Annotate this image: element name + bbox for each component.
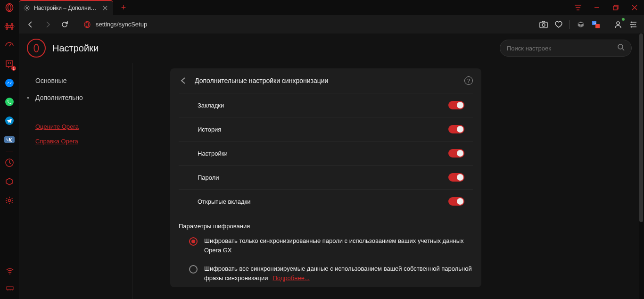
sidebar-divider <box>6 212 13 212</box>
easy-setup-icon[interactable] <box>569 0 587 15</box>
panel-title: Дополнительные настройки синхронизации <box>195 77 458 84</box>
svg-rect-3 <box>613 6 617 10</box>
toggle-tabs: Открытые вкладки <box>179 189 473 213</box>
sidebar-divider <box>6 151 13 151</box>
speed-limiter-icon[interactable] <box>2 38 17 53</box>
address-bar[interactable]: settings/syncSetup <box>96 21 534 28</box>
separator <box>607 20 607 29</box>
main-content: Настройки Основные Дополнительно Оцените… <box>19 33 639 299</box>
settings-title: Настройки <box>52 43 99 54</box>
toggle-label: Пароли <box>198 174 448 181</box>
svg-point-15 <box>86 22 88 27</box>
radio-button[interactable] <box>189 265 198 274</box>
sync-settings-panel: Дополнительные настройки синхронизации ?… <box>170 68 481 287</box>
extension-cube-icon[interactable] <box>575 18 587 31</box>
svg-point-12 <box>9 274 10 274</box>
sidebar-badge: 1 <box>11 66 16 71</box>
snapshot-icon[interactable] <box>537 18 550 31</box>
ram-icon[interactable] <box>2 281 17 296</box>
nav-basic[interactable]: Основные <box>27 72 132 89</box>
profile-icon[interactable] <box>612 18 624 31</box>
telegram-icon[interactable] <box>2 113 17 128</box>
radio-label: Шифровать только синхронизированные паро… <box>204 236 473 255</box>
settings-opera-logo <box>27 39 46 58</box>
toggle-switch[interactable] <box>448 149 464 158</box>
settings-nav: Основные Дополнительно Оцените Opera Спр… <box>19 63 132 299</box>
svg-point-17 <box>542 24 545 26</box>
search-box[interactable] <box>500 40 632 57</box>
toggle-label: Закладки <box>198 102 448 109</box>
easy-setup-icon[interactable] <box>627 18 639 31</box>
svg-point-22 <box>631 21 632 23</box>
forward-button[interactable] <box>41 18 54 31</box>
new-tab-button[interactable]: + <box>118 2 129 13</box>
toggle-label: История <box>198 126 448 133</box>
toggle-switch[interactable] <box>448 173 464 182</box>
back-button[interactable] <box>24 18 37 31</box>
history-icon[interactable] <box>2 155 17 170</box>
separator <box>570 20 570 29</box>
scrollbar[interactable] <box>639 33 643 299</box>
tab-close-button[interactable] <box>102 5 108 11</box>
nav-help-link[interactable]: Справка Opera <box>27 134 132 149</box>
panel-header: Дополнительные настройки синхронизации ? <box>170 68 481 93</box>
help-icon[interactable]: ? <box>464 76 473 85</box>
toggle-label: Настройки <box>198 150 448 157</box>
svg-rect-13 <box>7 287 13 290</box>
scroll-thumb[interactable] <box>639 33 643 222</box>
opera-menu-button[interactable] <box>0 0 19 15</box>
sidebar: 1 <box>0 15 19 299</box>
minimize-button[interactable] <box>587 0 606 15</box>
browser-tab[interactable]: Настройки – Дополнительно <box>19 0 113 15</box>
toolbar: settings/syncSetup G <box>19 15 644 33</box>
svg-point-23 <box>635 24 636 25</box>
gx-corner-icon[interactable] <box>2 19 17 34</box>
settings-body: Основные Дополнительно Оцените Opera Спр… <box>19 63 639 299</box>
svg-rect-16 <box>540 22 547 28</box>
settings-sidebar-icon[interactable] <box>2 193 17 208</box>
heart-icon[interactable] <box>553 18 565 31</box>
svg-point-4 <box>5 25 7 27</box>
maximize-button[interactable] <box>606 0 625 15</box>
toggle-label: Открытые вкладки <box>198 198 448 205</box>
svg-point-1 <box>8 4 11 10</box>
svg-point-24 <box>631 26 632 27</box>
reload-button[interactable] <box>58 18 71 31</box>
nav-rate-link[interactable]: Оцените Opera <box>27 119 132 134</box>
nav-advanced[interactable]: Дополнительно <box>27 89 132 106</box>
network-icon[interactable] <box>2 264 17 279</box>
opera-page-icon <box>83 20 92 29</box>
status-dot <box>621 17 625 21</box>
radio-label: Шифровать все синхронизируемые данные с … <box>204 264 473 282</box>
search-input[interactable] <box>507 45 613 52</box>
messenger-icon[interactable] <box>2 75 17 91</box>
window-controls <box>569 0 644 15</box>
twitch-icon[interactable]: 1 <box>2 57 17 72</box>
translate-icon[interactable]: G <box>590 18 602 31</box>
svg-point-7 <box>5 98 14 106</box>
svg-rect-19 <box>595 24 600 28</box>
svg-text:G: G <box>594 21 596 25</box>
toggle-switch[interactable] <box>448 125 464 133</box>
toggle-settings: Настройки <box>179 141 473 165</box>
toggle-passwords: Пароли <box>179 165 473 189</box>
svg-point-26 <box>618 44 623 49</box>
vk-icon[interactable] <box>2 132 17 147</box>
tab-title: Настройки – Дополнительно <box>34 5 98 11</box>
radio-button[interactable] <box>189 237 198 246</box>
whatsapp-icon[interactable] <box>2 94 17 109</box>
extensions-icon[interactable] <box>2 174 17 189</box>
svg-point-21 <box>617 22 619 25</box>
window-close-button[interactable] <box>625 0 644 15</box>
panel-back-button[interactable] <box>179 76 188 85</box>
toggle-switch[interactable] <box>448 197 464 206</box>
toggle-history: История <box>179 117 473 141</box>
settings-icon <box>24 5 30 11</box>
settings-content: Дополнительные настройки синхронизации ?… <box>132 63 639 299</box>
encryption-section-title: Параметры шифрования <box>170 213 481 232</box>
toggle-switch[interactable] <box>448 101 464 109</box>
svg-point-11 <box>8 199 11 202</box>
radio-credentials: Шифровать только синхронизированные паро… <box>170 232 481 259</box>
svg-point-6 <box>5 79 14 87</box>
learn-more-link[interactable]: Подробнее... <box>272 274 309 282</box>
